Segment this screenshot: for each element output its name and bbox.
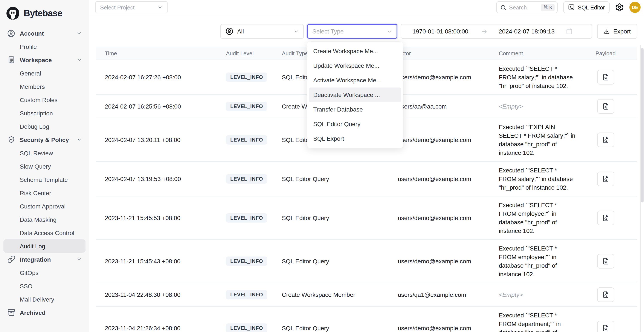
time-cell: 2024-02-07 16:27:26 +08:00 [96, 74, 218, 81]
payload-view-button[interactable] [597, 287, 614, 302]
dropdown-option-transfer-database[interactable]: Transfer Database [309, 102, 401, 117]
payload-view-button[interactable] [597, 211, 614, 225]
comment-empty-value: <Empty> [499, 103, 523, 110]
sidebar-item-debug-log[interactable]: Debug Log [4, 120, 86, 133]
sidebar-nav: AccountProfileWorkspaceGeneralMembersCus… [0, 22, 89, 319]
sidebar-item-mail-delivery[interactable]: Mail Delivery [4, 293, 86, 306]
sidebar-item-label: Debug Log [20, 123, 49, 130]
search-input[interactable]: Search ⌘ K [496, 1, 558, 13]
sidebar-item-label: Data Access Control [20, 229, 74, 236]
payload-view-button[interactable] [597, 70, 614, 85]
column-header-time: Time [96, 50, 218, 57]
audit-type-cell: SQL Editor Query [273, 325, 389, 332]
dropdown-option-deactivate-workspace[interactable]: Deactivate Workspace ... [309, 88, 401, 102]
sidebar-item-label: Audit Log [20, 243, 45, 249]
export-button[interactable]: Export [597, 24, 637, 39]
search-icon [500, 4, 506, 10]
date-end-value: 2024-02-07 18:09:13 [499, 28, 555, 35]
payload-view-button[interactable] [597, 171, 614, 186]
audit-level-cell: LEVEL_INFO [218, 213, 273, 223]
sidebar-item-sso[interactable]: SSO [4, 279, 86, 293]
sidebar-item-label: SQL Review [20, 150, 53, 156]
project-selector[interactable]: Select Project [96, 1, 168, 13]
app-window: Bytebase AccountProfileWorkspaceGeneralM… [0, 0, 644, 332]
date-range-picker[interactable]: 1970-01-01 08:00:00 2024-02-07 18:09:13 [401, 24, 592, 39]
sidebar-item-gitops[interactable]: GitOps [4, 266, 86, 279]
sql-editor-label: SQL Editor [578, 4, 605, 10]
dropdown-option-update-workspace-me[interactable]: Update Workspace Me... [309, 58, 401, 73]
comment-cell: <Empty> [490, 290, 576, 299]
actor-cell: users/demo@example.com [389, 175, 490, 182]
type-filter-placeholder: Select Type [312, 28, 344, 35]
sidebar-item-label: Archived [20, 309, 46, 316]
scrollbar-thumb[interactable] [641, 48, 644, 202]
comment-empty-value: <Empty> [499, 291, 523, 298]
sidebar-item-general[interactable]: General [4, 66, 86, 80]
topbar: Select Project Search ⌘ K SQL [89, 0, 644, 17]
sidebar-item-risk-center[interactable]: Risk Center [4, 186, 86, 199]
search-placeholder: Search [509, 4, 527, 10]
actor-cell: users/demo@example.com [389, 325, 490, 332]
sidebar-item-custom-approval[interactable]: Custom Approval [4, 199, 86, 213]
sidebar-item-data-access-control[interactable]: Data Access Control [4, 226, 86, 239]
project-selector-label: Select Project [100, 4, 134, 10]
actor-filter-select[interactable]: All [220, 24, 304, 39]
sidebar-item-profile[interactable]: Profile [4, 40, 86, 53]
sidebar-item-audit-log[interactable]: Audit Log [4, 239, 86, 253]
sidebar-item-custom-roles[interactable]: Custom Roles [4, 93, 86, 106]
actor-filter-value: All [237, 28, 244, 35]
sidebar-item-subscription[interactable]: Subscription [4, 106, 86, 120]
chevron-down-icon [387, 28, 392, 34]
user-avatar[interactable]: DE [630, 2, 640, 13]
file-search-icon [602, 257, 610, 265]
dropdown-option-create-workspace-me[interactable]: Create Workspace Me... [309, 44, 401, 58]
sidebar-item-security-policy[interactable]: Security & Policy [4, 133, 86, 146]
scrollbar-track[interactable] [640, 45, 644, 332]
audit-level-cell: LEVEL_INFO [218, 72, 273, 82]
dropdown-option-sql-export[interactable]: SQL Export [309, 131, 401, 146]
export-label: Export [613, 28, 631, 35]
sidebar-item-label: Risk Center [20, 189, 51, 196]
sidebar-item-archived[interactable]: Archived [4, 306, 86, 319]
sidebar-item-label: Data Masking [20, 216, 56, 223]
comment-text: Executed `"SELECT * FROM department;"` i… [499, 312, 561, 332]
link-icon [7, 255, 16, 264]
sidebar-item-account[interactable]: Account [4, 27, 86, 40]
actor-cell: users/demo@example.com [389, 214, 490, 221]
sidebar-item-slow-query[interactable]: Slow Query [4, 160, 86, 173]
chevron-down-icon [76, 257, 82, 262]
file-search-icon [602, 136, 610, 144]
payload-cell [576, 171, 635, 186]
actor-cell: users/qa1@example.com [389, 291, 490, 298]
sidebar-item-sql-review[interactable]: SQL Review [4, 146, 86, 160]
time-cell: 2023-11-21 15:45:43 +08:00 [96, 258, 218, 265]
sidebar-item-data-masking[interactable]: Data Masking [4, 213, 86, 226]
payload-view-button[interactable] [597, 321, 614, 332]
actor-cell: users/demo@example.com [389, 136, 490, 143]
sidebar-item-label: Account [20, 30, 44, 37]
comment-text: Executed `"SELECT * FROM salary;"` in da… [499, 65, 573, 89]
settings-gear-icon[interactable] [615, 3, 624, 11]
level-badge: LEVEL_INFO [226, 257, 267, 266]
type-filter-select[interactable]: Select Type [307, 24, 398, 39]
sidebar-item-schema-template[interactable]: Schema Template [4, 173, 86, 186]
payload-cell [576, 287, 635, 302]
dropdown-option-activate-workspace-me[interactable]: Activate Workspace Me... [309, 73, 401, 88]
brand-name: Bytebase [24, 8, 62, 18]
sidebar-item-integration[interactable]: Integration [4, 253, 86, 266]
shield-check-icon [7, 135, 16, 144]
sql-editor-button[interactable]: SQL Editor [563, 1, 610, 13]
table-row: 2023-11-04 21:26:34 +08:00 LEVEL_INFO SQ… [96, 307, 637, 332]
time-cell: 2023-11-21 15:45:53 +08:00 [96, 214, 218, 221]
time-cell: 2024-02-07 13:20:11 +08:00 [96, 136, 218, 143]
chevron-down-icon [76, 57, 82, 63]
payload-view-button[interactable] [597, 133, 614, 147]
sidebar-item-workspace[interactable]: Workspace [4, 53, 86, 66]
sidebar-item-label: SSO [20, 283, 32, 289]
brand-logo[interactable]: Bytebase [0, 4, 89, 22]
sidebar-item-members[interactable]: Members [4, 80, 86, 93]
dropdown-option-sql-editor-query[interactable]: SQL Editor Query [309, 117, 401, 131]
file-search-icon [602, 73, 610, 81]
payload-view-button[interactable] [597, 254, 614, 269]
payload-view-button[interactable] [597, 99, 614, 114]
